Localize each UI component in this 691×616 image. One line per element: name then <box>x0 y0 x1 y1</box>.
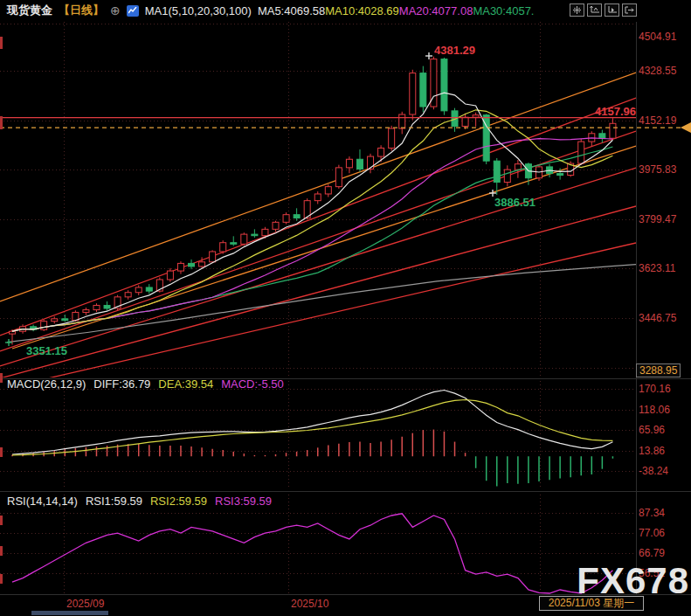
axis-scale-icon[interactable] <box>587 3 602 17</box>
chart-type-icon[interactable] <box>127 5 139 17</box>
candle-down <box>356 159 363 169</box>
candle-up <box>10 331 16 334</box>
dea-line <box>12 400 612 455</box>
indicator-value: MACD:-5.50 <box>221 377 284 391</box>
ma5-line <box>12 93 612 331</box>
candle-up <box>410 73 416 114</box>
indicator-value: MA30:4057. <box>473 4 534 17</box>
rsi-label: RSI(14,14,14) <box>7 495 78 508</box>
candle-up <box>368 156 374 169</box>
candle-down <box>252 234 258 236</box>
indicator-value: RSI3:59.59 <box>215 495 272 508</box>
watermark: FX678 <box>577 563 689 599</box>
candle-up <box>578 142 584 163</box>
candle-up <box>220 243 226 252</box>
indicator-value: RSI2:59.59 <box>150 495 207 508</box>
macd-panel <box>12 391 612 487</box>
indicator-value: MA20:4077.08 <box>399 4 473 17</box>
exit-fullscreen-icon[interactable] <box>622 3 637 17</box>
candle-down <box>189 263 195 266</box>
indicator-value: DIFF:36.79 <box>93 377 150 391</box>
candle-up <box>504 170 510 182</box>
candle-up <box>41 322 47 330</box>
time-axis-label: 2025/09 <box>66 598 104 610</box>
candle-up <box>378 148 384 156</box>
ma20-line <box>12 138 612 331</box>
candle-up <box>346 159 352 168</box>
candle-up <box>399 114 405 128</box>
macd-values: DIFF:36.79DEA:39.54MACD:-5.50 <box>93 377 291 391</box>
candle-down <box>420 73 426 107</box>
clipped-axis-label <box>0 37 3 49</box>
chart-toolbar <box>570 3 637 17</box>
indicator-value: MA10:4028.69 <box>325 4 399 17</box>
candle-up <box>335 168 342 187</box>
candle-up <box>177 263 183 271</box>
candle-up <box>610 123 616 138</box>
rsi-values: RSI1:59.59RSI2:59.59RSI3:59.59 <box>86 495 280 508</box>
rsi-panel-header: RSI(14,14,14)RSI1:59.59RSI2:59.59RSI3:59… <box>7 495 287 508</box>
clipped-axis-label <box>0 447 3 457</box>
clipped-axis-label <box>0 516 3 525</box>
rsi-line <box>12 514 612 593</box>
indicator-value: DEA:39.54 <box>158 377 213 391</box>
timeframe-label[interactable]: 【日线】 <box>59 3 104 18</box>
axis-play-icon[interactable] <box>605 3 619 17</box>
main-chart <box>0 57 636 385</box>
ma-settings-label: MA1(5,10,20,30,100) <box>145 4 252 17</box>
chart-canvas[interactable] <box>0 0 691 616</box>
ma30-line <box>12 147 612 331</box>
clipped-axis-label <box>0 373 3 383</box>
ma100-line <box>7 265 636 343</box>
chart-app: 现货黄金 【日线】 ⊕ MA1(5,10,20,30,100) MA5:4069… <box>0 0 691 616</box>
candle-up <box>199 262 205 266</box>
candle-down <box>104 305 110 308</box>
indicator-value: RSI1:59.59 <box>86 495 142 508</box>
scrollbar-thumb[interactable] <box>31 611 108 615</box>
candle-up <box>515 164 521 170</box>
candle-up <box>210 252 216 262</box>
candle-up <box>389 128 395 148</box>
clipped-axis-label <box>0 546 3 556</box>
candle-up <box>241 234 247 244</box>
clipped-axis-label <box>0 116 3 129</box>
macd-label: MACD(26,12,9) <box>7 377 86 391</box>
candle-up <box>93 305 100 309</box>
candle-down <box>441 59 447 111</box>
candle-down <box>557 174 563 176</box>
add-indicator-icon[interactable]: ⊕ <box>110 4 121 17</box>
candle-down <box>294 215 300 218</box>
candle-up <box>262 229 268 235</box>
ma10-line <box>12 110 612 331</box>
candle-up <box>462 117 468 126</box>
move-icon[interactable] <box>570 3 584 17</box>
candle-up <box>83 310 89 313</box>
instrument-title: 现货黄金 <box>7 3 52 18</box>
trend-line[interactable] <box>0 98 636 336</box>
candle-up <box>125 293 131 297</box>
candle-up <box>325 187 331 194</box>
latest-price-arrow[interactable] <box>681 122 691 133</box>
candle-down <box>599 134 605 138</box>
candlesticks[interactable] <box>10 57 616 345</box>
candle-up <box>314 194 321 201</box>
candle-up <box>273 222 279 229</box>
candle-up <box>167 271 173 280</box>
diff-line <box>12 391 612 455</box>
candle-up <box>473 115 479 118</box>
candle-up <box>135 287 142 293</box>
candle-down <box>62 319 68 321</box>
candle-down <box>494 161 500 182</box>
candle-down <box>146 287 152 291</box>
trend-line[interactable] <box>0 206 636 378</box>
candle-down <box>231 243 237 245</box>
indicator-value: MA5:4069.58 <box>258 4 325 17</box>
macd-panel-header: MACD(26,12,9)DIFF:36.79DEA:39.54MACD:-5.… <box>7 377 300 391</box>
time-axis-label: 2025/10 <box>291 598 328 610</box>
ma-values: MA5:4069.58MA10:4028.69MA20:4077.08MA30:… <box>258 4 535 17</box>
candle-up <box>283 215 289 223</box>
clipped-axis-label <box>0 574 3 584</box>
candle-up <box>52 319 58 322</box>
